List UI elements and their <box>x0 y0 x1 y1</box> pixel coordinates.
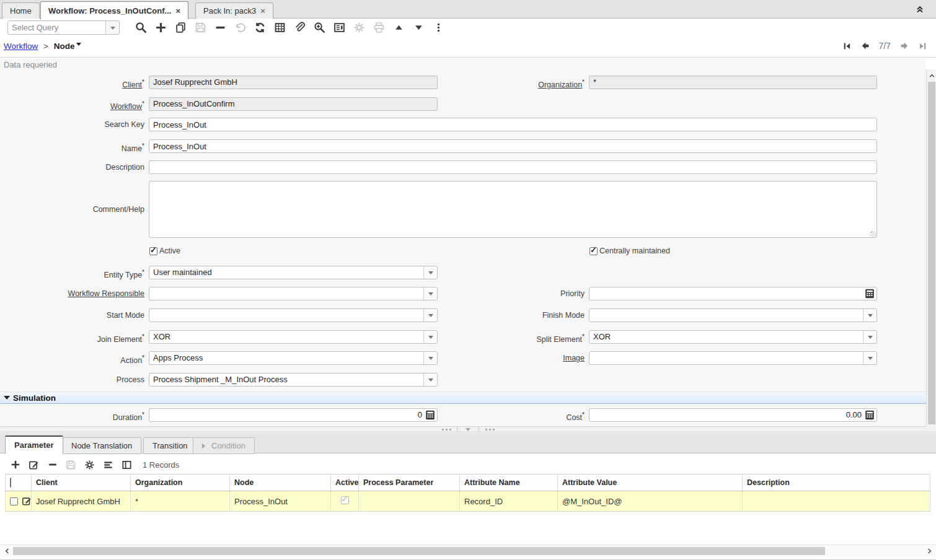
priority-field[interactable] <box>589 287 877 300</box>
scroll-right-icon[interactable] <box>924 545 935 556</box>
search-key-field[interactable] <box>149 118 877 131</box>
collapse-chevrons-icon[interactable] <box>915 4 925 14</box>
tab-condition: Condition <box>193 437 255 454</box>
tab-node-translation[interactable]: Node Translation <box>62 437 141 454</box>
customize-grid-gear-icon[interactable] <box>84 460 95 470</box>
cell-attribute-name: Record_ID <box>460 491 558 512</box>
scroll-up-icon[interactable] <box>927 71 936 81</box>
breadcrumb-current[interactable]: Node <box>54 42 75 51</box>
priority-label: Priority <box>0 287 585 300</box>
more-icon[interactable] <box>432 22 444 34</box>
tab-workflow[interactable]: Workflow: Process_InOutConf... × <box>40 1 188 19</box>
new-record-icon[interactable] <box>154 22 167 34</box>
description-label: Description <box>0 160 144 174</box>
breadcrumb: Workflow > Node <box>4 42 81 51</box>
edit-row-icon[interactable] <box>22 496 32 506</box>
calculator-icon[interactable] <box>865 289 875 299</box>
process-label: Process <box>0 373 144 387</box>
toggle-panel-icon[interactable] <box>121 460 132 470</box>
horizontal-scrollbar[interactable] <box>0 545 936 556</box>
parent-record-icon[interactable] <box>392 22 405 34</box>
active-checkbox[interactable]: Active <box>149 247 180 255</box>
simulation-group-header[interactable]: Simulation <box>0 392 926 404</box>
col-organization[interactable]: Organization <box>131 475 230 491</box>
col-client[interactable]: Client <box>32 475 131 491</box>
chevron-down-icon[interactable] <box>423 374 437 386</box>
form-region: Data requeried Client* Josef Rupprecht G… <box>0 58 926 426</box>
record-navigation: 7/7 <box>842 41 927 51</box>
chevron-down-icon[interactable] <box>423 266 437 279</box>
cost-label: Cost* <box>0 408 585 424</box>
select-all-checkbox[interactable] <box>10 478 11 488</box>
edit-row-icon[interactable] <box>29 460 39 470</box>
splitter-grip-icon[interactable] <box>480 427 500 432</box>
copy-record-icon[interactable] <box>174 22 187 34</box>
comment-help-field[interactable] <box>149 181 877 238</box>
col-attribute-name[interactable]: Attribute Name <box>460 475 558 491</box>
chevron-down-icon[interactable] <box>863 331 876 343</box>
col-description[interactable]: Description <box>743 475 930 491</box>
process-combo[interactable]: Process Shipment _M_InOut Process <box>149 373 438 387</box>
report-icon[interactable] <box>333 22 345 34</box>
detail-record-icon[interactable] <box>412 22 425 34</box>
tab-transition[interactable]: Transition <box>143 437 197 454</box>
vertical-scrollbar[interactable] <box>926 69 936 427</box>
entity-type-combo[interactable]: User maintained <box>149 266 438 279</box>
vertical-scroll-thumb[interactable] <box>928 82 935 424</box>
tab-packin-label: Pack In: pack3 <box>203 6 256 15</box>
breadcrumb-separator: > <box>43 42 48 51</box>
refresh-icon[interactable] <box>254 22 266 34</box>
attachment-icon[interactable] <box>293 22 306 34</box>
tab-parameter[interactable]: Parameter <box>5 435 63 454</box>
close-icon[interactable]: × <box>175 7 180 15</box>
grid-toggle-icon[interactable] <box>273 22 286 34</box>
cost-field[interactable]: 0.00 <box>589 408 877 422</box>
select-query-input[interactable] <box>8 21 105 34</box>
row-select-checkbox[interactable] <box>10 497 18 505</box>
tab-packin[interactable]: Pack In: pack3 × <box>195 2 273 19</box>
panel-splitter[interactable] <box>0 426 936 432</box>
chevron-down-icon[interactable] <box>76 43 81 48</box>
delete-record-icon[interactable] <box>214 22 226 34</box>
description-field[interactable] <box>149 160 877 174</box>
centrally-maintained-checkbox[interactable]: Centrally maintained <box>589 247 670 255</box>
name-label: Name* <box>0 139 144 155</box>
checkbox-icon[interactable] <box>589 247 598 255</box>
close-icon[interactable]: × <box>260 7 265 15</box>
col-active[interactable]: Active <box>331 475 359 491</box>
cell-attribute-value: @M_InOut_ID@ <box>558 491 743 512</box>
col-attribute-value[interactable]: Attribute Value <box>558 475 743 491</box>
split-element-combo[interactable]: XOR <box>589 330 877 344</box>
image-combo[interactable] <box>589 351 877 365</box>
col-process-parameter[interactable]: Process Parameter <box>359 475 460 491</box>
first-record-icon[interactable] <box>842 42 852 51</box>
horizontal-scroll-thumb[interactable] <box>13 547 825 555</box>
chevron-down-icon[interactable] <box>863 309 876 322</box>
table-row[interactable]: Josef Rupprecht GmbH * Process_InOut Rec… <box>6 491 930 512</box>
col-node[interactable]: Node <box>230 475 331 491</box>
chevron-down-icon[interactable] <box>863 352 876 364</box>
tab-home[interactable]: Home <box>2 2 40 19</box>
zoom-across-icon[interactable] <box>313 22 325 34</box>
scroll-left-icon[interactable] <box>1 545 12 556</box>
new-row-icon[interactable] <box>10 460 20 470</box>
collapse-triangle-icon[interactable] <box>4 396 10 403</box>
resize-grip-icon[interactable] <box>870 231 876 237</box>
workflow-field: Process_InOutConfirm <box>149 97 438 111</box>
search-key-label: Search Key <box>0 118 144 131</box>
calculator-icon[interactable] <box>865 410 875 420</box>
name-field[interactable] <box>149 139 877 153</box>
finish-mode-combo[interactable] <box>589 308 877 322</box>
splitter-collapse-icon[interactable] <box>458 427 478 432</box>
checkbox-icon[interactable] <box>149 247 157 255</box>
search-icon[interactable] <box>135 22 147 34</box>
splitter-grip-icon[interactable] <box>436 427 456 432</box>
previous-record-icon[interactable] <box>860 41 870 51</box>
select-query-combo[interactable] <box>7 20 120 35</box>
chevron-down-icon[interactable] <box>105 21 119 34</box>
breadcrumb-workflow-link[interactable]: Workflow <box>4 42 38 51</box>
delete-row-icon[interactable] <box>47 460 58 470</box>
workflow-label: Workflow* <box>0 97 144 113</box>
toggle-list-icon[interactable] <box>103 460 113 470</box>
save-icon <box>194 22 206 34</box>
